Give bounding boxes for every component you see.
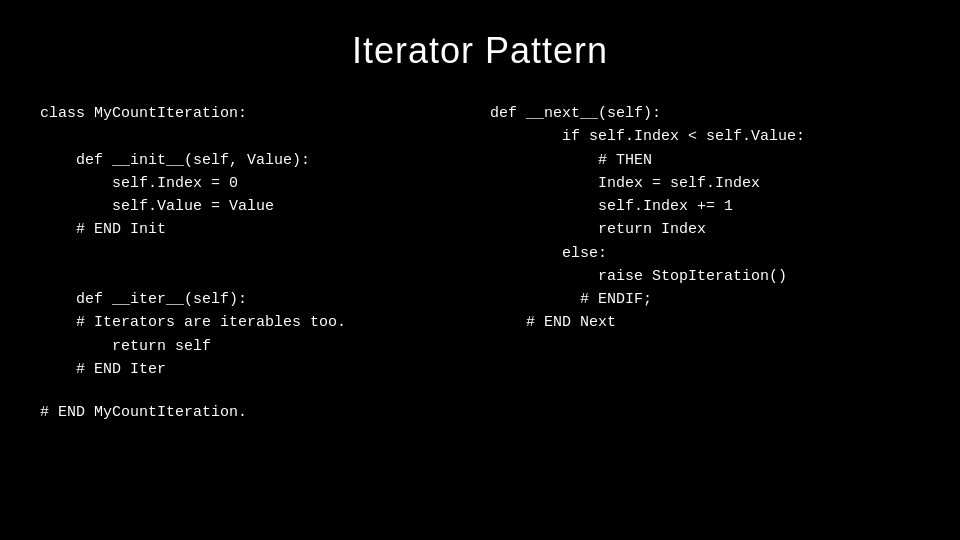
bottom-comment: # END MyCountIteration. — [0, 381, 960, 424]
code-block-right: def __next__(self): if self.Index < self… — [490, 102, 920, 381]
code-container: class MyCountIteration: def __init__(sel… — [0, 102, 960, 381]
code-block-left: class MyCountIteration: def __init__(sel… — [40, 102, 470, 381]
page-title: Iterator Pattern — [0, 0, 960, 102]
